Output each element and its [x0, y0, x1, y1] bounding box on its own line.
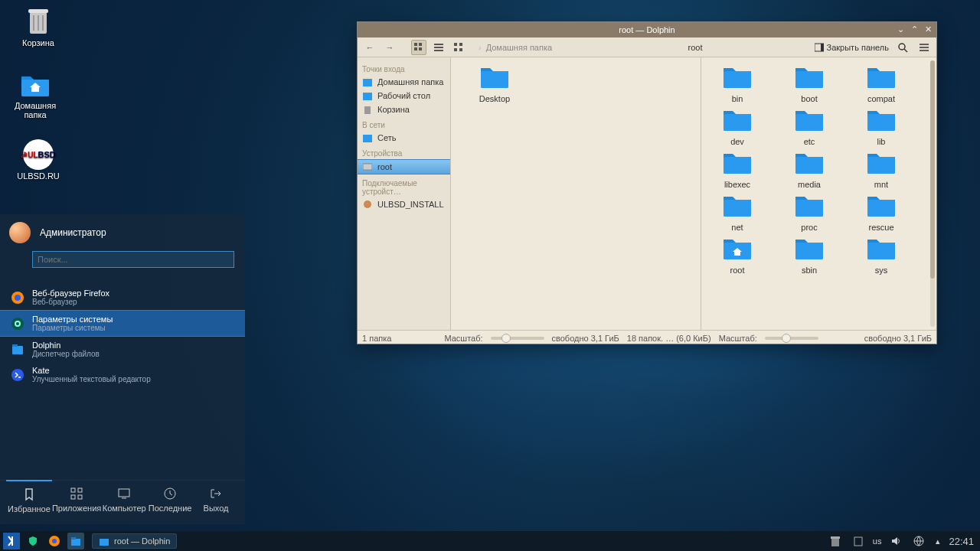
left-pane[interactable]: Desktop — [451, 57, 701, 330]
tray-firefox[interactable] — [46, 533, 63, 549]
forward-button[interactable]: → — [382, 40, 397, 55]
free-left: свободно 3,1 ГиБ — [552, 334, 619, 343]
tray-expand[interactable]: ▴ — [933, 533, 942, 549]
zoom-slider-right[interactable] — [765, 337, 818, 340]
folder-item[interactable]: compat — [848, 64, 914, 103]
place-install[interactable]: ULBSD_INSTALL — [358, 197, 450, 211]
svg-rect-24 — [459, 43, 462, 46]
folder-item[interactable]: boot — [776, 64, 842, 103]
menu-button[interactable] — [916, 40, 932, 55]
svg-point-29 — [899, 44, 905, 50]
folder-item[interactable]: dev — [704, 106, 770, 146]
tab-apps[interactable]: Приложения — [52, 481, 101, 514]
folder-item[interactable]: Desktop — [462, 64, 528, 103]
folder-item[interactable]: lib — [848, 106, 914, 146]
folder-item[interactable]: rescue — [848, 192, 914, 232]
tray-clipboard[interactable] — [850, 533, 867, 549]
desktop-icon-home[interactable]: Домашняя папка — [5, 70, 66, 119]
fav-kate[interactable]: KateУлучшенный текстовый редактор — [0, 362, 245, 387]
places-sidebar: Точки входа Домашняя папка Рабочий стол … — [358, 57, 451, 330]
maximize-button[interactable]: ⌃ — [909, 24, 920, 34]
minimize-button[interactable]: ⌄ — [895, 24, 906, 34]
svg-rect-15 — [71, 495, 75, 499]
svg-rect-57 — [831, 538, 839, 546]
svg-rect-55 — [71, 537, 76, 540]
tab-computer[interactable]: Компьютер — [101, 481, 147, 514]
folder-item[interactable]: sbin — [776, 235, 842, 275]
svg-rect-50 — [795, 243, 823, 259]
folder-item[interactable]: etc — [776, 106, 842, 146]
tab-logout[interactable]: Выход — [193, 481, 239, 514]
titlebar[interactable]: root — Dolphin ⌄ ⌃ ✕ — [358, 22, 936, 37]
user-avatar[interactable] — [9, 222, 31, 243]
media-icon — [362, 199, 373, 210]
right-pane[interactable]: binbootcompatdevetcliblibexecmediamntnet… — [701, 57, 936, 330]
back-button[interactable]: ← — [362, 40, 377, 55]
zoom-slider-left[interactable] — [491, 337, 544, 340]
folder-item[interactable]: media — [776, 149, 842, 189]
svg-rect-21 — [414, 47, 417, 51]
folder-item[interactable]: net — [704, 192, 770, 232]
tab-favorites[interactable]: Избранное — [6, 480, 52, 514]
folder-item[interactable]: root — [704, 235, 770, 275]
scale-label-r: Масштаб: — [719, 334, 757, 343]
breadcrumb[interactable]: ›Домашняя папка — [471, 43, 684, 52]
kde-icon — [5, 535, 18, 547]
place-network[interactable]: Сеть — [358, 131, 450, 145]
computer-icon — [117, 487, 131, 500]
task-dolphin[interactable]: root — Dolphin — [92, 533, 177, 549]
keyboard-layout[interactable]: us — [873, 536, 882, 546]
view-tree-button[interactable] — [451, 40, 466, 55]
tray-network[interactable] — [910, 533, 927, 549]
svg-rect-23 — [454, 43, 457, 46]
place-home[interactable]: Домашняя папка — [358, 75, 450, 89]
dolphin-window: root — Dolphin ⌄ ⌃ ✕ ← → ›Домашняя папка… — [357, 21, 937, 344]
svg-rect-14 — [78, 488, 82, 492]
place-root[interactable]: root — [358, 159, 450, 174]
place-trash[interactable]: Корзина — [358, 103, 450, 116]
tray-trash[interactable] — [827, 533, 844, 549]
trash-icon — [362, 104, 373, 115]
svg-rect-30 — [363, 79, 372, 86]
section-network: В сети — [358, 116, 450, 131]
close-button[interactable]: ✕ — [923, 24, 933, 34]
tray-updates[interactable] — [24, 533, 41, 549]
fav-settings[interactable]: Параметры системыПараметры системы — [0, 310, 245, 337]
active-pane-label: root — [688, 43, 703, 52]
desktop-icon-ulbsd[interactable]: ☭ULBSD ULBSD.RU — [8, 139, 69, 181]
folder-icon — [865, 192, 897, 218]
svg-rect-56 — [100, 539, 109, 546]
tab-recent[interactable]: Последние — [147, 481, 193, 514]
dolphin-icon — [11, 343, 24, 357]
tray-volume[interactable] — [887, 533, 904, 549]
folder-icon — [793, 64, 825, 90]
view-icons-button[interactable] — [411, 40, 426, 55]
folder-item[interactable]: libexec — [704, 149, 770, 189]
status-bar: 1 папка Масштаб: свободно 3,1 ГиБ 18 пап… — [358, 330, 936, 345]
view-list-button[interactable] — [431, 40, 446, 55]
search-button[interactable] — [895, 40, 910, 55]
clock[interactable]: 22:41 — [949, 536, 974, 547]
clock-icon — [163, 487, 177, 500]
scrollbar[interactable] — [930, 60, 935, 327]
fav-firefox[interactable]: Веб-браузер FirefoxВеб-браузер — [0, 285, 245, 310]
close-panel-button[interactable]: Закрыть панель — [815, 43, 889, 52]
svg-rect-2 — [33, 15, 34, 31]
svg-rect-4 — [42, 15, 44, 31]
place-desktop[interactable]: Рабочий стол — [358, 89, 450, 103]
folder-icon — [721, 64, 753, 90]
fav-dolphin[interactable]: DolphinДиспетчер файлов — [0, 337, 245, 362]
folder-item[interactable]: proc — [776, 192, 842, 232]
desktop-icon-trash[interactable]: Корзина — [8, 5, 69, 47]
folder-item[interactable]: sys — [848, 235, 914, 275]
folder-item[interactable]: mnt — [848, 149, 914, 189]
svg-rect-33 — [363, 135, 372, 142]
home-folder-icon — [19, 70, 51, 98]
svg-rect-38 — [795, 71, 823, 88]
start-button[interactable] — [3, 533, 20, 549]
tray-dolphin[interactable] — [67, 533, 84, 549]
trash-icon — [829, 535, 841, 547]
search-input[interactable] — [32, 251, 234, 268]
folder-item[interactable]: bin — [704, 64, 770, 103]
svg-rect-1 — [28, 9, 48, 13]
